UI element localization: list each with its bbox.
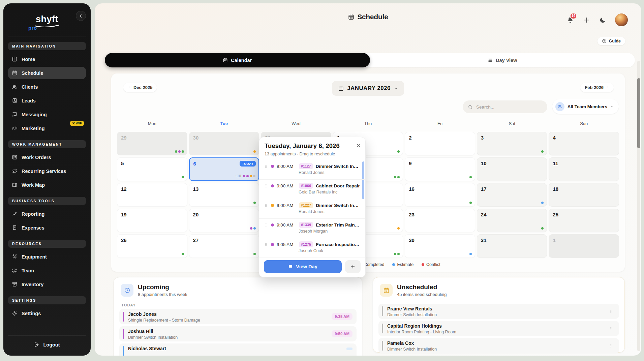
upcoming-subtitle: 8 appointments this week [138,292,187,297]
day-number: 13 [193,186,199,192]
prev-month-button[interactable]: Dec 2025 [123,83,157,92]
upcoming-item[interactable]: Jacob JonesShingle Replacement - Storm D… [119,309,357,324]
sidebar-item-equipment[interactable]: Equipment [8,250,86,263]
unscheduled-item[interactable]: Prairie View RentalsDimmer Switch Instal… [378,304,619,319]
day-cell-1[interactable]: 1 [549,234,619,258]
day-cell-3[interactable]: 3 [477,132,547,155]
notifications-button[interactable]: 14 [567,16,574,24]
view-day-button[interactable]: View Day [264,260,342,273]
day-number: 18 [553,186,558,192]
unscheduled-item[interactable]: Pamela CoxDimmer Switch Installation [378,338,619,353]
sidebar-item-work-map[interactable]: Work Map [8,179,86,191]
day-cell-5[interactable]: 5 [117,157,187,181]
day-cell-2[interactable]: 2 [405,132,475,155]
unscheduled-item[interactable]: Capital Region HoldingsInterior Room Pai… [378,321,619,336]
day-cell-30[interactable]: 30 [189,132,259,155]
sidebar-item-label: Leads [22,98,36,103]
status-bar [123,346,124,356]
sidebar-item-marketing[interactable]: Marketing⚒ WIP [8,122,86,134]
search-input[interactable] [476,104,542,110]
logo-brand: shyft [36,14,58,24]
day-cell-31[interactable]: 31 [477,234,547,258]
messaging-icon [12,112,18,117]
sidebar-item-reporting[interactable]: Reporting [8,208,86,220]
day-cell-24[interactable]: 24 [477,209,547,232]
day-number: 20 [193,212,199,217]
sidebar-item-recurring-services[interactable]: Recurring Services [8,165,86,177]
weekday-sat: Sat [477,121,547,126]
add-button[interactable] [583,16,590,24]
day-cell-17[interactable]: 17 [477,183,547,207]
sidebar-item-label: Schedule [22,70,43,76]
sidebar-item-label: Inventory [22,282,43,287]
day-cell-11[interactable]: 11 [549,157,619,181]
wip-badge: ⚒ WIP [70,121,84,126]
expenses-icon [12,225,18,231]
month-select[interactable]: JANUARY 2026 [332,81,404,96]
appointment-dots [469,202,472,204]
sidebar-item-expenses[interactable]: Expenses [8,221,86,234]
guide-button[interactable]: Guide [597,37,625,45]
day-cell-26[interactable]: 26 [117,234,187,258]
recurring-icon [12,168,18,174]
day-cell-29[interactable]: 29 [117,132,187,155]
day-cell-12[interactable]: 12 [117,183,187,207]
day-cell-20[interactable]: 20 [189,209,259,232]
weekday-tue: Tue [189,121,259,126]
close-icon[interactable] [356,142,361,148]
day-cell-19[interactable]: 19 [117,209,187,232]
sidebar-collapse-button[interactable] [76,11,86,21]
appointment-time: 9:00 AM [277,203,296,208]
day-cell-6[interactable]: 6TODAY+10 [189,157,259,181]
team-filter-dropdown[interactable]: All Team Members [552,99,619,114]
day-number: 11 [553,160,558,166]
logout-button[interactable]: Logout [8,335,86,356]
appointment-row[interactable]: 9:05 AM#1275Furnace Inspection & ...Jose… [259,238,365,258]
sidebar-item-home[interactable]: Home [8,53,86,65]
home-icon [12,56,18,62]
sidebar-item-label: Team [22,268,34,273]
day-cell-9[interactable]: 9 [405,157,475,181]
day-cell-30[interactable]: 30 [405,234,475,258]
page-scrollbar-thumb[interactable] [637,78,640,148]
appointment-dot-green [469,176,472,178]
sidebar-item-messaging[interactable]: Messaging [8,108,86,121]
day-cell-27[interactable]: 27 [189,234,259,258]
day-cell-13[interactable]: 13 [189,183,259,207]
day-cell-23[interactable]: 23 [405,209,475,232]
appointment-title: Furnace Inspection & ... [316,242,361,247]
appointment-dots [469,176,472,178]
popover-add-button[interactable] [345,260,361,273]
sidebar-item-work-orders[interactable]: Work Orders [8,151,86,163]
dark-mode-toggle[interactable] [599,16,606,24]
day-cell-18[interactable]: 18 [549,183,619,207]
day-cell-10[interactable]: 10 [477,157,547,181]
appointment-row[interactable]: 9:00 AM#1127Dimmer Switch Install...Rona… [259,160,365,180]
sidebar-item-inventory[interactable]: Inventory [8,278,86,291]
upcoming-item[interactable]: Nicholas Stewart [119,343,357,356]
sidebar-item-settings[interactable]: Settings [8,307,86,320]
sidebar-item-label: Equipment [22,254,47,260]
sidebar-item-clients[interactable]: Clients [8,81,86,93]
appointment-row[interactable]: 9:00 AM#1060Cabinet Door RepairGold Bar … [259,180,365,199]
upcoming-item[interactable]: Joshua HillDimmer Switch Installation9:5… [119,326,357,341]
unscheduled-list: Prairie View RentalsDimmer Switch Instal… [373,299,624,353]
tab-calendar[interactable]: Calendar [105,53,370,67]
appointment-row-main: 9:00 AM#1227Dimmer Switch Install... [264,202,361,208]
user-avatar[interactable] [615,13,628,26]
sidebar-item-team[interactable]: Team [8,264,86,277]
sidebar-item-leads[interactable]: Leads [8,94,86,107]
sidebar-item-schedule[interactable]: Schedule [8,67,86,79]
weekday-sun: Sun [549,121,619,126]
tab-day-view[interactable]: Day View [370,53,635,67]
next-month-button[interactable]: Feb 2026 [580,83,614,92]
appointment-row[interactable] [259,258,365,259]
appointment-row[interactable]: 9:00 AM#1227Dimmer Switch Install...Rona… [259,199,365,219]
today-badge: TODAY [240,161,256,167]
appointment-row[interactable]: 9:00 AM#1339Exterior Trim PaintingJoseph… [259,219,365,238]
appointment-client: Ronald Jones [299,170,361,175]
day-cell-4[interactable]: 4 [549,132,619,155]
day-cell-25[interactable]: 25 [549,209,619,232]
day-cell-16[interactable]: 16 [405,183,475,207]
appointment-dot-purple [271,243,274,246]
